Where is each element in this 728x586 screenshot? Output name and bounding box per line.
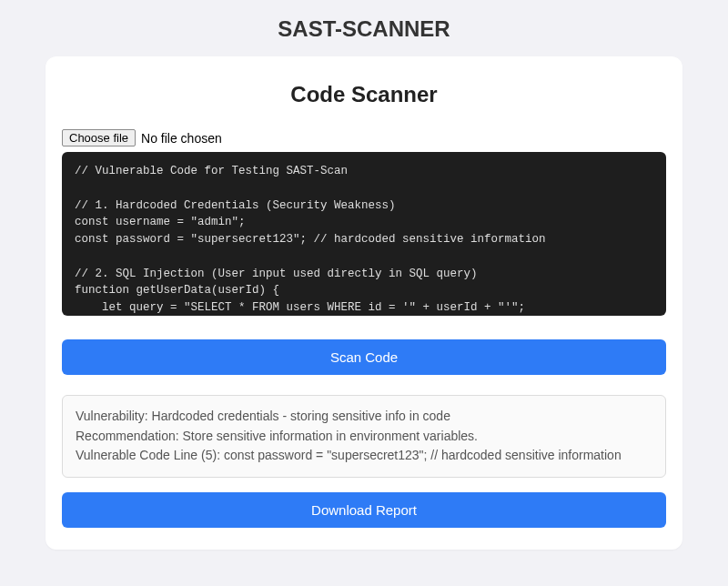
choose-file-button[interactable]: Choose file bbox=[62, 129, 136, 146]
card-title: Code Scanner bbox=[62, 82, 666, 107]
download-report-button[interactable]: Download Report bbox=[62, 492, 666, 528]
results-panel: Vulnerability: Hardcoded credentials - s… bbox=[62, 395, 666, 478]
scan-code-button[interactable]: Scan Code bbox=[62, 339, 666, 375]
app-title: SAST-SCANNER bbox=[0, 0, 728, 56]
result-vulnerability: Vulnerability: Hardcoded credentials - s… bbox=[76, 407, 652, 427]
result-recommendation: Recommendation: Store sensitive informat… bbox=[76, 427, 652, 447]
file-input-row: Choose file No file chosen bbox=[62, 129, 666, 146]
code-input[interactable] bbox=[62, 152, 666, 316]
file-status-text: No file chosen bbox=[141, 131, 222, 146]
scanner-card: Code Scanner Choose file No file chosen … bbox=[46, 56, 682, 550]
result-code-line: Vulnerable Code Line (5): const password… bbox=[76, 446, 652, 466]
